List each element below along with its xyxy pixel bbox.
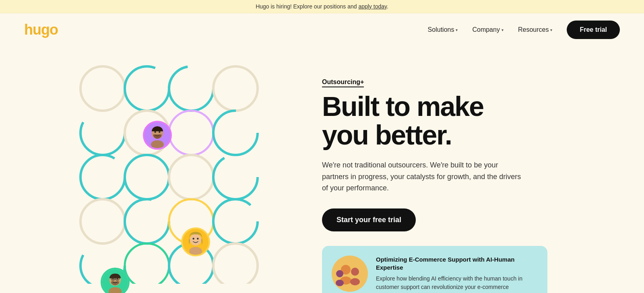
svg-point-0	[80, 66, 125, 111]
svg-point-17	[125, 243, 169, 284]
nav-company[interactable]: Company ▾	[472, 26, 503, 33]
svg-point-7	[213, 111, 258, 155]
chevron-down-icon: ▾	[550, 28, 552, 32]
card-image	[332, 256, 368, 292]
svg-point-11	[213, 155, 258, 199]
navbar: hugo Solutions ▾ Company ▾ Resources ▾ F…	[0, 13, 644, 46]
svg-point-15	[213, 199, 258, 243]
start-free-trial-button[interactable]: Start your free trial	[322, 208, 416, 231]
banner-text-after: .	[387, 3, 388, 10]
svg-point-24	[159, 131, 160, 133]
hero-subtext: We're not traditional outsourcers. We're…	[322, 159, 523, 194]
svg-point-19	[213, 243, 258, 284]
svg-point-43	[351, 268, 359, 276]
svg-point-44	[350, 278, 360, 285]
svg-point-1	[125, 66, 169, 111]
nav-resources[interactable]: Resources ▾	[518, 26, 552, 33]
chevron-down-icon: ▾	[456, 28, 458, 32]
svg-point-12	[80, 199, 125, 243]
circles-illustration	[44, 54, 294, 284]
svg-point-23	[154, 131, 156, 133]
main-content: Outsourcing+ Built to make you better. W…	[0, 46, 644, 293]
section-label: Outsourcing+	[322, 78, 364, 87]
svg-point-28	[192, 238, 194, 239]
card-text: Optimizing E-Commerce Support with AI-Hu…	[376, 256, 538, 293]
svg-point-8	[80, 155, 125, 199]
svg-point-6	[169, 111, 213, 155]
card-body: Explore how blending AI efficiency with …	[376, 274, 538, 293]
avatar-person-3	[101, 268, 130, 293]
banner-text-before: Hugo is hiring! Explore our positions an…	[256, 3, 358, 10]
avatar-person-2	[181, 227, 210, 256]
free-trial-button[interactable]: Free trial	[567, 21, 620, 39]
svg-point-4	[80, 111, 125, 155]
banner-link[interactable]: apply today	[358, 3, 387, 10]
nav-solutions[interactable]: Solutions ▾	[428, 26, 458, 33]
svg-point-9	[125, 155, 169, 199]
svg-point-3	[213, 66, 258, 111]
svg-point-33	[112, 278, 114, 280]
illustration-area	[24, 54, 298, 288]
svg-point-34	[116, 278, 118, 280]
avatar-person-1	[143, 121, 172, 150]
top-banner: Hugo is hiring! Explore our positions an…	[0, 0, 644, 13]
svg-point-29	[197, 238, 198, 239]
text-area: Outsourcing+ Built to make you better. W…	[322, 54, 620, 293]
feature-card: Optimizing E-Commerce Support with AI-Hu…	[322, 246, 547, 293]
svg-point-46	[336, 280, 344, 286]
svg-point-26	[190, 234, 201, 245]
card-title: Optimizing E-Commerce Support with AI-Hu…	[376, 256, 538, 271]
svg-point-13	[125, 199, 169, 243]
svg-point-45	[336, 270, 343, 277]
svg-point-10	[169, 155, 213, 199]
chevron-down-icon: ▾	[502, 28, 504, 32]
svg-point-2	[169, 66, 213, 111]
nav-links: Solutions ▾ Company ▾ Resources ▾ Free t…	[428, 21, 620, 39]
page-headline: Built to make you better.	[322, 92, 620, 150]
logo[interactable]: hugo	[24, 21, 58, 38]
